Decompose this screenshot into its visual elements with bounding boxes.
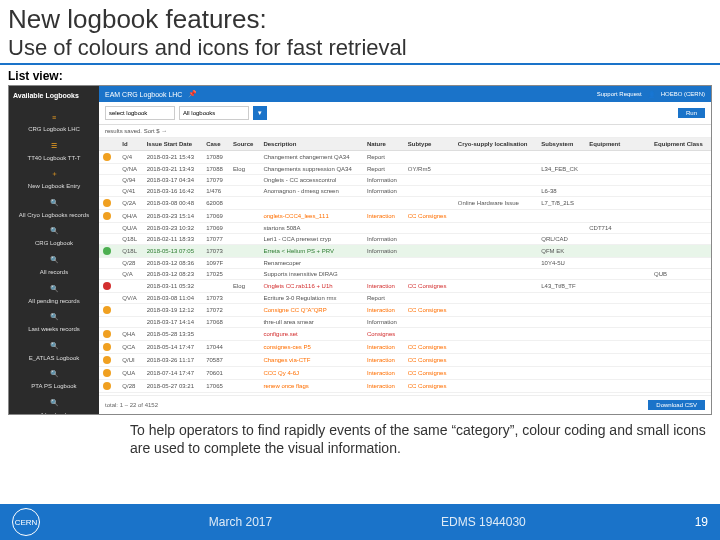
topbar: EAM CRG Logbook LHC 📌 Support Request 👤 … — [99, 86, 711, 102]
download-csv-button[interactable]: Download CSV — [648, 400, 705, 410]
col-header[interactable]: Equipment — [585, 138, 650, 151]
support-link[interactable]: Support Request — [597, 91, 642, 97]
table-row[interactable]: QUA2018-07-14 17:4770601CCC Qy 4-6JInter… — [99, 367, 711, 380]
row-status-icon — [103, 382, 111, 390]
search-icon: 🔍 — [47, 367, 61, 381]
table-row[interactable]: QV/A2018-03-08 11:0417073Ecriture 3-0 Re… — [99, 293, 711, 304]
user-icon: 👤 — [648, 91, 655, 98]
col-header[interactable]: Case — [202, 138, 229, 151]
layers-icon: ≡ — [47, 110, 61, 124]
row-status-icon — [103, 247, 111, 255]
footer-page: 19 — [695, 515, 708, 529]
pin-icon[interactable]: 📌 — [188, 90, 197, 98]
app-frame: Available Logbooks ≡CRG Logbook LHC☰TT40… — [8, 85, 712, 415]
table-row[interactable]: Q18L2018-05-13 07:0517073Erreta < Helium… — [99, 245, 711, 258]
sidebar-item-label: All pending records — [28, 298, 79, 305]
table-wrap[interactable]: IdIssue Start DateCaseSourceDescriptionN… — [99, 138, 711, 395]
sidebar-item-10[interactable]: 🔍4 Logbook — [11, 393, 97, 414]
row-status-icon — [103, 343, 111, 351]
sidebar-item-0[interactable]: ≡CRG Logbook LHC — [11, 107, 97, 136]
sidebar-item-label: All Cryo Logbooks records — [19, 212, 89, 219]
logbook-table: IdIssue Start DateCaseSourceDescriptionN… — [99, 138, 711, 395]
table-row[interactable]: QH/A2018-03-23 15:1417069onglets-CCC4_le… — [99, 210, 711, 223]
footer-bar: CERN March 2017 EDMS 1944030 19 — [0, 504, 720, 540]
pager: total: 1 – 22 of 4152 Download CSV — [99, 395, 711, 414]
row-status-icon — [103, 306, 111, 314]
col-header[interactable] — [99, 138, 118, 151]
col-header[interactable]: Subtype — [404, 138, 454, 151]
col-header[interactable]: Subsystem — [537, 138, 585, 151]
sidebar-item-label: PTA PS Logbook — [31, 383, 76, 390]
table-row[interactable]: QHA2018-05-28 13:35configure.setConsigne… — [99, 328, 711, 341]
table-row[interactable]: 2018-03-11 05:32ElogOnglets CC.rab116 + … — [99, 280, 711, 293]
row-status-icon — [103, 369, 111, 377]
search-icon: 🔍 — [47, 310, 61, 324]
table-row[interactable]: QU/A2018-03-23 10:3217069startons 508ACD… — [99, 223, 711, 234]
sidebar-item-6[interactable]: 🔍All pending records — [11, 279, 97, 308]
row-status-icon — [103, 356, 111, 364]
slide-subtitle: Use of colours and icons for fast retrie… — [0, 35, 720, 65]
sidebar-title: Available Logbooks — [11, 90, 97, 103]
filter-icon[interactable]: ▾ — [253, 106, 267, 120]
table-row[interactable]: Q/282018-03-12 08:361097FRenamecoper10Y4… — [99, 258, 711, 269]
row-status-icon — [103, 153, 111, 161]
sidebar-item-label: CRG Logbook — [35, 240, 73, 247]
search-icon: 🔍 — [47, 282, 61, 296]
listview-label: List view: — [0, 65, 720, 85]
filter-logbook[interactable] — [105, 106, 175, 120]
col-header[interactable]: Cryo-supply localisation — [454, 138, 537, 151]
table-row[interactable]: 2018-03-17 14:1417068thre-ull area smear… — [99, 317, 711, 328]
sidebar-item-3[interactable]: 🔍All Cryo Logbooks records — [11, 193, 97, 222]
col-header[interactable]: Description — [259, 138, 363, 151]
table-row[interactable]: Q/42018-03-21 15:4317089Changement chang… — [99, 151, 711, 164]
table-row[interactable]: Q/UI2018-03-26 11:1770587Changes via-CTF… — [99, 354, 711, 367]
sidebar-item-2[interactable]: ＋New Logbook Entry — [11, 164, 97, 193]
col-header[interactable]: Id — [118, 138, 142, 151]
sidebar-item-5[interactable]: 🔍All records — [11, 250, 97, 279]
search-icon: 🔍 — [47, 224, 61, 238]
run-button[interactable]: Run — [678, 108, 705, 118]
user-name: HOEBO (CERN) — [661, 91, 705, 97]
caption-text: To help operators to find rapidly events… — [0, 415, 720, 461]
sidebar-item-4[interactable]: 🔍CRG Logbook — [11, 221, 97, 250]
row-status-icon — [103, 282, 111, 290]
row-status-icon — [103, 199, 111, 207]
sidebar-item-8[interactable]: 🔍E_ATLAS Logbook — [11, 336, 97, 365]
filter-all[interactable] — [179, 106, 249, 120]
sidebar-item-label: All records — [40, 269, 68, 276]
filter-bar: ▾ Run — [99, 102, 711, 125]
search-icon: 🔍 — [47, 339, 61, 353]
table-row[interactable]: Q/942018-03-17 04:3417079Onglets - CC ac… — [99, 175, 711, 186]
table-row[interactable]: 2018-03-19 12:1217072Consigne CC Q"A"QRP… — [99, 304, 711, 317]
sidebar-item-label: TT40 Logbook TT-T — [28, 155, 81, 162]
row-status-icon — [103, 330, 111, 338]
search-icon: 🔍 — [47, 196, 61, 210]
col-header[interactable]: Source — [229, 138, 259, 151]
row-status-icon — [103, 212, 111, 220]
search-icon: 🔍 — [47, 396, 61, 410]
table-row[interactable]: Q/282018-05-27 03:2117065renew once flag… — [99, 380, 711, 393]
pager-info: total: 1 – 22 of 4152 — [105, 402, 158, 408]
table-row[interactable]: Q/A2018-03-12 08:2317025Supports insensi… — [99, 269, 711, 280]
slide-title: New logbook features: — [0, 0, 720, 35]
plus-icon: ＋ — [47, 167, 61, 181]
footer-date: March 2017 — [209, 515, 272, 529]
sidebar-item-1[interactable]: ☰TT40 Logbook TT-T — [11, 136, 97, 165]
sidebar-item-7[interactable]: 🔍Last weeks records — [11, 307, 97, 336]
table-row[interactable]: Q/2A2018-03-08 00:4862008Online Hardware… — [99, 197, 711, 210]
table-row[interactable]: QCA2018-05-14 17:4717044consignes-ces P5… — [99, 341, 711, 354]
subfilter-text: results saved. Sort $ → — [99, 125, 711, 138]
sidebar-item-label: New Logbook Entry — [28, 183, 80, 190]
sidebar-item-label: 4 Logbook — [40, 412, 68, 414]
sidebar-item-9[interactable]: 🔍PTA PS Logbook — [11, 364, 97, 393]
sidebar-item-label: CRG Logbook LHC — [28, 126, 80, 133]
col-header[interactable]: Nature — [363, 138, 404, 151]
table-row[interactable]: Q18L2018-02-11 18:3317077Leri1 - CCA pre… — [99, 234, 711, 245]
footer-edms: EDMS 1944030 — [441, 515, 526, 529]
table-row[interactable]: Q/412018-03-16 16:421/476Anomagnon - dme… — [99, 186, 711, 197]
table-row[interactable]: Q/NA2018-03-21 13:4317088ElogChangements… — [99, 164, 711, 175]
sidebar: Available Logbooks ≡CRG Logbook LHC☰TT40… — [9, 86, 99, 414]
col-header[interactable]: Equipment Class — [650, 138, 711, 151]
rows-icon: ☰ — [47, 139, 61, 153]
col-header[interactable]: Issue Start Date — [143, 138, 202, 151]
